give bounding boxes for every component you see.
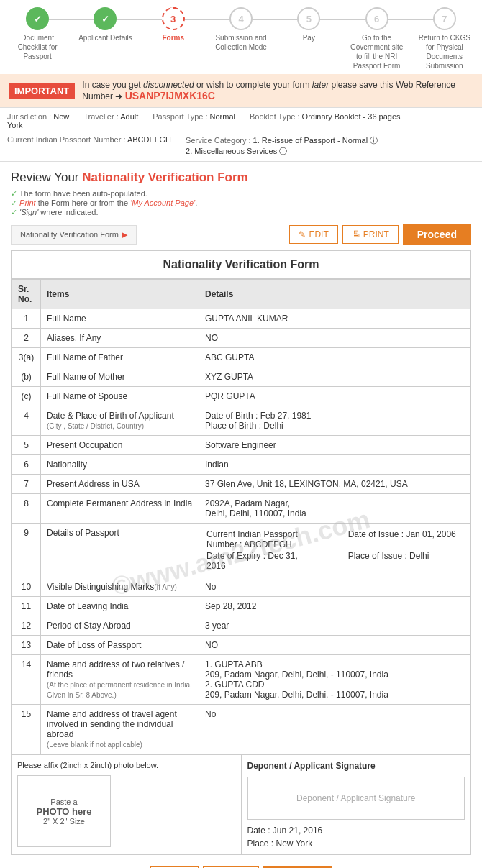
step-6-label: Go to the Government site to fill the NR…: [348, 33, 406, 70]
ref-number: USANP7IJMXK16C: [125, 90, 215, 101]
paste-text: Paste a: [50, 798, 77, 806]
important-badge: IMPORTANT: [9, 83, 75, 99]
action-buttons: ✎ EDIT 🖶 PRINT Proceed: [289, 224, 471, 245]
form-header: Nationality Verification Form ▶ ✎ EDIT 🖶…: [11, 224, 471, 245]
nationality-verification-table: Sr.No. Items Details 1 Full Name GUPTA A…: [12, 279, 470, 754]
step-3-label: Forms: [162, 33, 184, 42]
jurisdiction-info: Jurisdiction : NewYork: [7, 112, 69, 129]
progress-bar: ✓ Document Checklist for Passport ✓ Appl…: [0, 0, 482, 74]
sig-section-label: Deponent / Applicant Signature: [247, 761, 465, 771]
print-button[interactable]: 🖶 PRINT: [342, 225, 399, 244]
step-7-label: Return to CKGS for Physical Documents Su…: [416, 33, 473, 70]
table-row: 9 Details of Passport Current Indian Pas…: [12, 524, 470, 577]
important-banner: IMPORTANT In case you get disconnected o…: [0, 74, 482, 107]
print-icon: 🖶: [352, 229, 360, 239]
service-category-info: Service Category : 1. Re-issue of Passpo…: [186, 135, 378, 157]
table-row: 1 Full Name GUPTA ANIL KUMAR: [12, 309, 470, 329]
edit-icon: ✎: [299, 229, 306, 239]
passport-details-table: Current Indian PassportNumber : ABCDEFGH…: [205, 528, 464, 572]
sig-place: Place : New York: [247, 839, 465, 849]
table-row: (b) Full Name of Mother XYZ GUPTA: [12, 367, 470, 387]
step-5: 5 Pay: [275, 7, 342, 42]
table-row: 2 Aliases, If Any NO: [12, 329, 470, 348]
photo-box: Paste a PHOTO here 2" X 2" Size: [17, 775, 111, 847]
step-7: 7 Return to CKGS for Physical Documents …: [411, 7, 478, 70]
step-4-label: Submission and Collection Mode: [212, 33, 270, 52]
proceed-button-top[interactable]: Proceed: [403, 224, 471, 245]
nationality-form-tab[interactable]: Nationality Verification Form ▶: [11, 225, 137, 245]
review-section: Review Your Nationality Verification For…: [0, 162, 482, 188]
step-2: ✓ Applicant Details: [71, 7, 139, 42]
page-title-bold: Nationality Verification Form: [82, 170, 248, 184]
step-6-circle: 6: [365, 7, 388, 30]
step-1: ✓ Document Checklist for Passport: [4, 7, 71, 61]
table-row: 6 Nationality Indian: [12, 455, 470, 475]
step-4: 4 Submission and Collection Mode: [207, 7, 275, 52]
photo-text: PHOTO here: [36, 806, 91, 817]
top-actions: Nationality Verification Form ▶ ✎ EDIT 🖶…: [0, 224, 482, 245]
photo-label: Please affix (2inch x 2inch) photo below…: [17, 761, 235, 769]
important-text: In case you get disconnected or wish to …: [82, 80, 473, 101]
step-3-circle: 3: [162, 7, 185, 30]
booklet-type-info: Booklet Type : Ordinary Booklet - 36 pag…: [250, 112, 401, 129]
form-title: Nationality Verification Form: [12, 251, 470, 279]
size-text: 2" X 2" Size: [43, 817, 85, 826]
table-row: 14 Name and address of two relatives / f…: [12, 655, 470, 705]
review-notes: ✓ The form have been auto-populated. ✓ P…: [0, 188, 482, 224]
table-row: 10 Visible Distinguishing Marks(If Any) …: [12, 577, 470, 597]
col-details: Details: [199, 280, 470, 309]
sig-placeholder: Deponent / Applicant Signature: [296, 793, 415, 803]
step-1-circle: ✓: [26, 7, 49, 30]
table-row: 13 Date of Loss of Passport NO: [12, 636, 470, 655]
form-container: ©www.am22tech.com Nationality Verificati…: [11, 250, 471, 855]
step-2-circle: ✓: [94, 7, 117, 30]
col-sr: Sr.No.: [12, 280, 41, 309]
photo-section: Please affix (2inch x 2inch) photo below…: [12, 755, 242, 854]
current-passport-info: Current Indian Passport Number : ABCDEFG…: [7, 135, 171, 157]
edit-button[interactable]: ✎ EDIT: [289, 225, 337, 244]
sig-box: Deponent / Applicant Signature: [247, 777, 465, 820]
step-6: 6 Go to the Government site to fill the …: [342, 7, 410, 70]
step-3: YOU ARE HERE ▼ 3 Forms: [140, 7, 207, 42]
table-row: 5 Present Occupation Software Engineer: [12, 436, 470, 455]
you-are-here-label: YOU ARE HERE: [149, 0, 198, 1]
step-2-label: Applicant Details: [78, 33, 132, 42]
table-row: 4 Date & Place of Birth of Applicant(Cit…: [12, 406, 470, 436]
step-5-label: Pay: [303, 33, 315, 42]
table-row: 3(a) Full Name of Father ABC GUPTA: [12, 348, 470, 367]
table-row: 8 Complete Permanent Address in India 20…: [12, 494, 470, 524]
signature-section: Deponent / Applicant Signature Deponent …: [242, 755, 471, 854]
step-5-circle: 5: [297, 7, 320, 30]
info-bar: Jurisdiction : NewYork Traveller : Adult…: [0, 107, 482, 162]
traveller-info: Traveller : Adult: [83, 112, 138, 129]
page-title: Review Your Nationality Verification For…: [11, 170, 471, 185]
step-4-circle: 4: [229, 7, 253, 30]
photo-sig-section: Please affix (2inch x 2inch) photo below…: [12, 754, 470, 854]
passport-type-info: Passport Type : Normal: [153, 112, 235, 129]
step-7-circle: 7: [433, 7, 456, 30]
table-row: (c) Full Name of Spouse PQR GUPTA: [12, 387, 470, 406]
table-row: 7 Present Address in USA 37 Glen Ave, Un…: [12, 475, 470, 494]
form-tab-label: Nationality Verification Form: [20, 230, 119, 239]
tab-arrow-icon: ▶: [122, 230, 127, 239]
col-items: Items: [41, 280, 199, 309]
table-row: 12 Period of Stay Abroad 3 year: [12, 616, 470, 636]
sig-date: Date : Jun 21, 2016: [247, 826, 465, 836]
table-row: 11 Date of Leaving India Sep 28, 2012: [12, 597, 470, 616]
step-1-label: Document Checklist for Passport: [9, 33, 66, 61]
table-row: 15 Name and address of travel agent invo…: [12, 705, 470, 754]
